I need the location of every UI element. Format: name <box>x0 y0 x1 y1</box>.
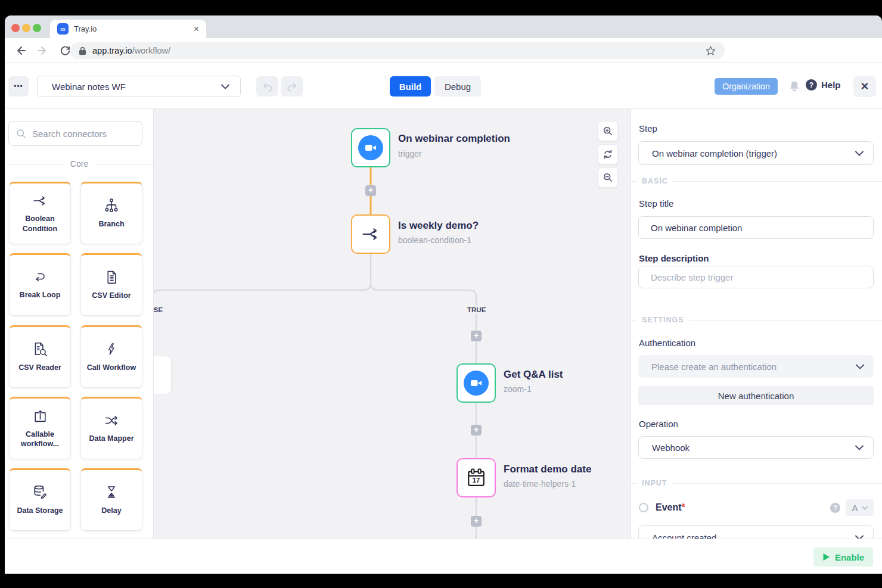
connector-lines <box>154 109 631 574</box>
node-get-qa-subtitle: zoom-1 <box>504 384 532 394</box>
enable-workflow-button[interactable]: Enable <box>813 547 873 567</box>
canvas-zoom-in-button[interactable] <box>598 121 618 141</box>
zoom-out-icon <box>603 172 613 183</box>
branch-true-label: TRUE <box>465 306 487 314</box>
traffic-light-close[interactable] <box>11 24 20 32</box>
settings-section-divider: SETTINGS <box>631 316 882 324</box>
calendar-icon: 17 <box>465 467 487 489</box>
connector-break-loop[interactable]: Break Loop <box>9 253 71 316</box>
tab-close-icon[interactable]: × <box>194 24 199 34</box>
reload-icon[interactable] <box>60 45 71 56</box>
undo-button[interactable] <box>256 76 278 97</box>
canvas-reset-view-button[interactable] <box>598 144 618 164</box>
node-false-branch-partial[interactable] <box>154 356 172 395</box>
question-mark-icon: ? <box>806 79 817 91</box>
connector-call-workflow[interactable]: Call Workflow <box>80 325 142 388</box>
close-panel-button[interactable]: × <box>853 76 876 97</box>
step-description-label: Step description <box>639 253 709 263</box>
step-title-label: Step title <box>639 198 673 209</box>
operation-select[interactable]: Webhook <box>638 436 874 459</box>
database-pencil-icon <box>32 484 48 500</box>
node-trigger-subtitle: trigger <box>398 149 422 158</box>
forward-icon[interactable] <box>37 45 49 57</box>
connectors-sidebar: Core Boolean Condition Branch Break Loop… <box>5 109 154 574</box>
add-step-button[interactable]: + <box>471 425 482 435</box>
node-trigger[interactable] <box>351 128 390 167</box>
main-area: FALSE TRUE On webinar completion trigger… <box>5 109 882 574</box>
add-step-button[interactable]: + <box>471 331 482 341</box>
step-description-input[interactable] <box>638 266 874 288</box>
field-type-toggle[interactable]: A <box>846 499 874 516</box>
event-field-row: Event * ? A <box>639 499 874 517</box>
app-toolbar: ••• Webinar notes WF Build Debug Organiz… <box>5 63 882 109</box>
step-select[interactable]: On webinar completion (trigger) <box>638 141 874 165</box>
field-help-icon[interactable]: ? <box>830 503 840 513</box>
workflow-canvas[interactable]: FALSE TRUE On webinar completion trigger… <box>154 109 631 574</box>
basic-section-divider: BASIC <box>631 177 882 185</box>
connector-branch[interactable]: Branch <box>80 182 142 244</box>
refresh-icon <box>603 149 613 160</box>
help-button[interactable]: ? Help <box>806 79 841 91</box>
debug-button[interactable]: Debug <box>434 76 481 97</box>
notifications-bell-icon[interactable] <box>788 80 800 95</box>
connector-data-mapper[interactable]: Data Mapper <box>80 397 142 459</box>
node-trigger-title: On webinar completion <box>398 133 510 145</box>
connector-delay[interactable]: Delay <box>80 468 142 531</box>
zoom-connector-icon <box>464 371 489 396</box>
search-input[interactable] <box>32 129 128 139</box>
node-boolean-subtitle: boolean-condition-1 <box>398 235 471 245</box>
bottom-bar: Enable <box>5 539 882 574</box>
url-bar: app.tray.io/workflow/ <box>5 38 882 63</box>
bookmark-star-icon[interactable] <box>705 45 716 59</box>
svg-text:17: 17 <box>473 477 480 484</box>
connector-data-storage[interactable]: Data Storage <box>9 468 71 531</box>
workflow-name-select[interactable]: Webinar notes WF <box>37 76 241 97</box>
node-format-demo-date[interactable]: 17 <box>456 458 496 497</box>
csv-document-icon <box>104 270 119 285</box>
undo-icon <box>262 81 273 92</box>
build-button[interactable]: Build <box>390 76 431 97</box>
back-icon[interactable] <box>14 45 26 57</box>
play-icon <box>822 553 830 561</box>
connector-csv-editor[interactable]: CSV Editor <box>80 253 142 316</box>
connector-search[interactable] <box>8 121 142 146</box>
browser-window: ∞ Tray.io × app.tray.io/workflow/ ••• We… <box>5 15 882 574</box>
browser-tab[interactable]: ∞ Tray.io × <box>50 20 206 38</box>
url-field[interactable]: app.tray.io/workflow/ <box>70 42 725 59</box>
node-boolean-condition[interactable] <box>351 214 390 254</box>
tab-strip: ∞ Tray.io × <box>5 15 882 38</box>
redo-icon <box>287 81 298 92</box>
new-authentication-button[interactable]: New authentication <box>638 386 874 405</box>
traffic-light-zoom[interactable] <box>33 24 41 32</box>
canvas-zoom-out-button[interactable] <box>598 167 618 188</box>
workflow-menu-button[interactable]: ••• <box>8 76 29 97</box>
chevron-down-icon <box>862 506 868 510</box>
shuffle-icon <box>103 413 120 428</box>
node-boolean-title: Is weekly demo? <box>398 220 479 232</box>
event-label: Event <box>656 502 682 513</box>
connector-callable-workflow[interactable]: Callable workflow... <box>9 397 71 459</box>
redo-button[interactable] <box>281 76 303 97</box>
add-step-button[interactable]: + <box>365 185 376 196</box>
connector-boolean-condition[interactable]: Boolean Condition <box>9 182 71 244</box>
step-properties-panel: Step On webinar completion (trigger) BAS… <box>631 109 882 574</box>
chevron-down-icon <box>856 364 864 369</box>
authentication-select[interactable]: Please create an authentication <box>638 355 874 378</box>
hourglass-icon <box>104 484 119 500</box>
node-format-date-subtitle: date-time-helpers-1 <box>504 479 576 489</box>
organization-button[interactable]: Organization <box>715 78 778 95</box>
step-title-input[interactable] <box>638 216 874 239</box>
zoom-in-icon <box>603 126 613 136</box>
chevron-down-icon <box>221 84 229 89</box>
branch-false-label: FALSE <box>154 306 164 314</box>
node-format-date-title: Format demo date <box>504 463 591 475</box>
tray-favicon-icon: ∞ <box>57 23 69 35</box>
search-icon <box>16 129 26 139</box>
break-loop-icon <box>32 270 48 284</box>
node-get-qa-list[interactable] <box>456 363 496 403</box>
chevron-down-icon <box>855 445 864 450</box>
traffic-light-minimize[interactable] <box>22 24 30 32</box>
node-get-qa-title: Get Q&A list <box>504 369 563 381</box>
connector-csv-reader[interactable]: CSV Reader <box>9 325 71 388</box>
add-step-button[interactable]: + <box>471 516 482 527</box>
